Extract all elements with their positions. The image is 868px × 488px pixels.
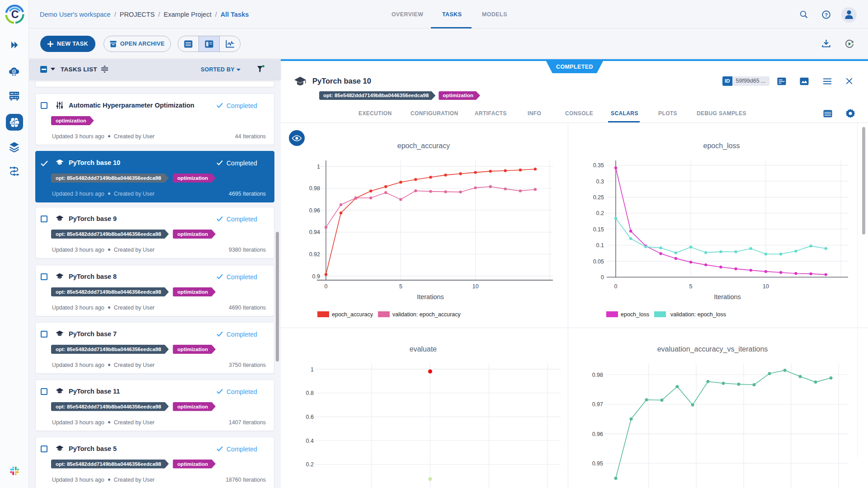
svg-text:0: 0 [614, 283, 618, 290]
svg-text:10: 10 [472, 283, 479, 290]
svg-text:0.92: 0.92 [309, 251, 320, 258]
svg-text:epoch_loss: epoch_loss [703, 142, 740, 150]
svg-text:0.97: 0.97 [592, 401, 603, 408]
svg-text:0.95: 0.95 [592, 460, 603, 467]
svg-text:epoch_loss: epoch_loss [621, 311, 649, 318]
svg-text:0.96: 0.96 [592, 431, 603, 437]
svg-text:0.2: 0.2 [596, 210, 604, 216]
svg-text:evaluation_accuracy_vs_iterati: evaluation_accuracy_vs_iterations [657, 345, 768, 353]
svg-text:0.3: 0.3 [596, 178, 604, 185]
svg-text:0.94: 0.94 [309, 229, 320, 235]
svg-text:10: 10 [763, 283, 769, 290]
svg-text:epoch_accuracy: epoch_accuracy [397, 142, 450, 150]
svg-text:validation: epoch_loss: validation: epoch_loss [670, 311, 726, 318]
svg-text:0.4: 0.4 [306, 438, 314, 444]
svg-text:0.25: 0.25 [593, 194, 604, 201]
svg-text:0.96: 0.96 [309, 207, 320, 214]
svg-text:0.1: 0.1 [596, 242, 604, 249]
svg-text:0.98: 0.98 [309, 185, 320, 192]
svg-text:0.05: 0.05 [593, 258, 604, 265]
svg-text:0.15: 0.15 [593, 226, 604, 233]
svg-text:0: 0 [325, 283, 328, 290]
svg-text:evaluate: evaluate [410, 345, 437, 353]
svg-text:C: C [11, 9, 19, 20]
svg-text:epoch_accuracy: epoch_accuracy [332, 311, 373, 318]
svg-text:0.8: 0.8 [306, 390, 314, 396]
svg-text:0.98: 0.98 [592, 372, 603, 378]
svg-text:validation: epoch_accuracy: validation: epoch_accuracy [392, 311, 461, 318]
svg-text:1: 1 [311, 366, 314, 373]
svg-text:0.6: 0.6 [306, 414, 314, 420]
svg-text:Iterations: Iterations [714, 293, 741, 300]
svg-text:?: ? [825, 12, 828, 18]
svg-text:1: 1 [317, 164, 320, 170]
svg-text:5: 5 [689, 283, 693, 290]
svg-text:Iterations: Iterations [417, 293, 444, 300]
svg-text:5: 5 [399, 283, 402, 290]
svg-text:0.2: 0.2 [306, 461, 314, 468]
svg-text:0.9: 0.9 [312, 273, 320, 280]
svg-text:0.35: 0.35 [593, 162, 604, 169]
svg-text:0: 0 [601, 274, 604, 281]
